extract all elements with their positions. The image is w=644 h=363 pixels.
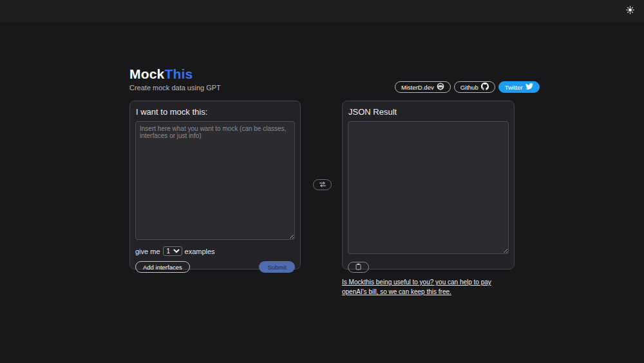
- theme-toggle-button[interactable]: [625, 6, 635, 16]
- swap-arrows-icon: [318, 180, 327, 190]
- github-icon: [481, 83, 489, 92]
- json-result-textarea[interactable]: [348, 121, 509, 254]
- header-nav: MisterD.dev Github Twitter: [395, 81, 540, 93]
- clipboard-icon: [355, 262, 361, 272]
- avatar-icon: [437, 83, 444, 92]
- twitter-icon: [526, 83, 533, 92]
- donate-link[interactable]: Is Mockthis being useful to you? you can…: [342, 277, 508, 297]
- mock-input-textarea[interactable]: [135, 121, 295, 240]
- json-result-panel: JSON Result: [342, 101, 515, 270]
- copy-result-button[interactable]: [348, 262, 369, 273]
- misterd-dev-button[interactable]: MisterD.dev: [395, 81, 451, 93]
- misterd-dev-label: MisterD.dev: [401, 84, 434, 91]
- add-interfaces-button[interactable]: Add interfaces: [135, 261, 190, 273]
- page-title-accent: This: [164, 66, 193, 81]
- copy-row: [348, 261, 509, 273]
- examples-prefix-label: give me: [135, 248, 160, 255]
- examples-row: give me 1 examples: [135, 246, 295, 256]
- github-button[interactable]: Github: [454, 81, 495, 93]
- examples-suffix-label: examples: [185, 248, 215, 255]
- github-label: Github: [460, 84, 478, 91]
- brand-block: MockThis Create mock data using GPT: [129, 66, 221, 92]
- swap-panels-button[interactable]: [313, 179, 332, 190]
- mock-panel-title: I want to mock this:: [136, 107, 295, 117]
- top-bar: [0, 0, 644, 23]
- page-subtitle: Create mock data using GPT: [129, 84, 221, 92]
- page-title-primary: Mock: [129, 66, 164, 81]
- examples-count-select[interactable]: 1: [163, 246, 182, 256]
- twitter-label: Twitter: [505, 84, 523, 91]
- submit-button[interactable]: Submit: [259, 261, 295, 273]
- mock-panel-actions: Add interfaces Submit: [135, 261, 295, 273]
- twitter-button[interactable]: Twitter: [498, 81, 540, 93]
- sun-icon: [626, 6, 634, 16]
- mock-input-panel: I want to mock this: give me 1 examples …: [129, 101, 301, 270]
- page-title: MockThis: [129, 66, 221, 82]
- result-panel-title: JSON Result: [348, 107, 509, 117]
